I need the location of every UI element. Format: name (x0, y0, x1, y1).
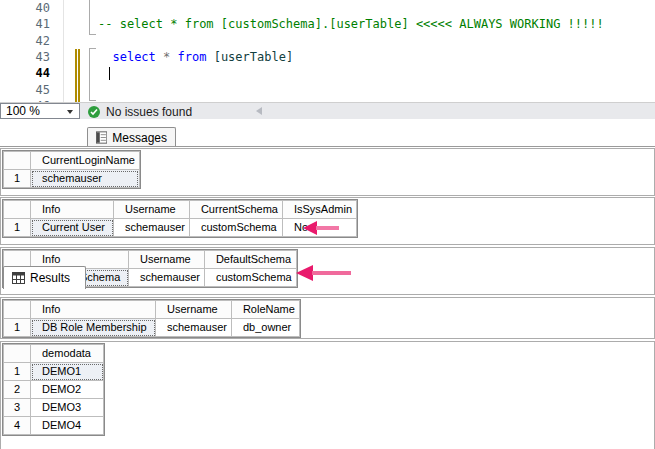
row-number-cell[interactable]: 1 (4, 219, 31, 237)
scrollbar-left-arrow-icon[interactable] (256, 107, 262, 115)
result-grid-panel: InfoUsernameRoleName1DB Role Memberships… (0, 297, 655, 339)
grid-cell[interactable]: schemauser (129, 269, 205, 287)
code-editor[interactable]: 4041-- select * from [customSchema].[use… (0, 0, 655, 102)
grid-cell[interactable]: schemauser (114, 219, 190, 237)
text-caret (109, 67, 110, 80)
row-number-cell[interactable]: 1 (4, 319, 31, 337)
grid-corner-cell[interactable] (4, 345, 31, 363)
grid-column-header[interactable]: Info (31, 301, 156, 319)
grid-cell[interactable]: DEMO4 (31, 417, 104, 435)
change-tracking-bar-icon (75, 49, 80, 102)
code-text: -- select * from [customSchema].[userTab… (98, 16, 604, 32)
code-line[interactable]: 45 (0, 82, 655, 99)
row-number-cell[interactable]: 3 (4, 399, 31, 417)
no-issues-check-icon (88, 106, 100, 118)
row-number-cell[interactable]: 4 (4, 417, 31, 435)
grid-column-header[interactable]: Username (156, 301, 232, 319)
editor-status-bar: 100 % No issues found (0, 102, 655, 119)
grid-cell[interactable]: DEMO3 (31, 399, 104, 417)
zoom-level-dropdown[interactable]: 100 % (0, 103, 80, 119)
annotation-arrow-tail (312, 271, 351, 275)
grid-cell[interactable]: DB Role Membership (31, 319, 156, 337)
grid-cell[interactable]: schemauser (156, 319, 232, 337)
line-number: 40 (0, 0, 50, 16)
current-login-grid: CurrentLoginName1schemauser (3, 151, 140, 188)
code-line[interactable]: 44 (0, 65, 655, 82)
grid-column-header[interactable]: IsSysAdmin (282, 201, 356, 219)
chevron-down-icon (67, 110, 73, 114)
grid-column-header[interactable]: CurrentSchema (189, 201, 282, 219)
code-text: select * from [userTable] (98, 49, 293, 65)
line-number: 41 (0, 16, 50, 32)
code-line[interactable]: 40 (0, 0, 655, 17)
grid-cell[interactable]: customSchema (204, 269, 296, 287)
code-line[interactable]: 42 (0, 33, 655, 50)
grid-cell[interactable]: db_owner (231, 319, 299, 337)
role-membership-grid: InfoUsernameRoleName1DB Role Memberships… (3, 300, 300, 337)
grid-corner-cell[interactable] (4, 301, 31, 319)
grid-cell[interactable]: customSchema (189, 219, 282, 237)
grid-cell[interactable]: schemauser (31, 170, 140, 188)
grid-column-header[interactable]: RoleName (231, 301, 299, 319)
grid-cell[interactable]: DEMO1 (31, 363, 104, 381)
grid-column-header[interactable]: Info (31, 201, 114, 219)
demodata-grid: demodata1DEMO12DEMO23DEMO34DEMO4 (3, 344, 104, 435)
results-grid-icon (12, 272, 25, 284)
line-number: 43 (0, 49, 50, 65)
ssms-query-window: 4041-- select * from [customSchema].[use… (0, 0, 655, 449)
result-grid-panel: CurrentLoginName1schemauser (0, 148, 655, 196)
grid-column-header[interactable]: Username (114, 201, 190, 219)
results-tabstrip: Results Messages (0, 119, 655, 147)
result-grid-panel: demodata1DEMO12DEMO23DEMO34DEMO4 (0, 341, 655, 449)
result-grid-panel: InfoUsernameCurrentSchemaIsSysAdmin1Curr… (0, 197, 655, 245)
grid-column-header[interactable]: demodata (31, 345, 104, 363)
outline-bracket-icon[interactable] (89, 48, 96, 101)
messages-icon (96, 131, 107, 144)
grid-corner-cell[interactable] (4, 152, 31, 170)
grid-cell[interactable]: DEMO2 (31, 381, 104, 399)
code-line[interactable]: 41-- select * from [customSchema].[userT… (0, 16, 655, 33)
tab-results[interactable]: Results (3, 266, 86, 289)
grid-column-header[interactable]: CurrentLoginName (31, 152, 140, 170)
results-pane: CurrentLoginName1schemauser InfoUsername… (0, 147, 655, 449)
row-number-cell[interactable]: 1 (4, 363, 31, 381)
tab-results-label: Results (30, 271, 70, 285)
zoom-level-value: 100 % (6, 104, 40, 118)
row-number-cell[interactable]: 1 (4, 170, 31, 188)
tab-messages-label: Messages (112, 131, 167, 145)
row-number-cell[interactable]: 2 (4, 381, 31, 399)
line-number: 45 (0, 82, 50, 98)
grid-corner-cell[interactable] (4, 201, 31, 219)
tab-messages[interactable]: Messages (87, 127, 176, 147)
grid-column-header[interactable]: DefaultSchema (204, 251, 296, 269)
annotation-arrow-icon (296, 265, 313, 281)
line-number: 42 (0, 33, 50, 49)
code-line[interactable]: 43 select * from [userTable] (0, 49, 655, 66)
grid-column-header[interactable]: Username (129, 251, 205, 269)
grid-cell[interactable]: Current User (31, 219, 114, 237)
line-number: 44 (0, 65, 50, 81)
annotation-arrow-icon (303, 221, 317, 235)
health-status-text: No issues found (106, 105, 192, 119)
document-health-indicator: No issues found (88, 104, 192, 119)
annotation-arrow-tail (316, 226, 339, 230)
outline-bracket-icon[interactable] (89, 0, 96, 35)
